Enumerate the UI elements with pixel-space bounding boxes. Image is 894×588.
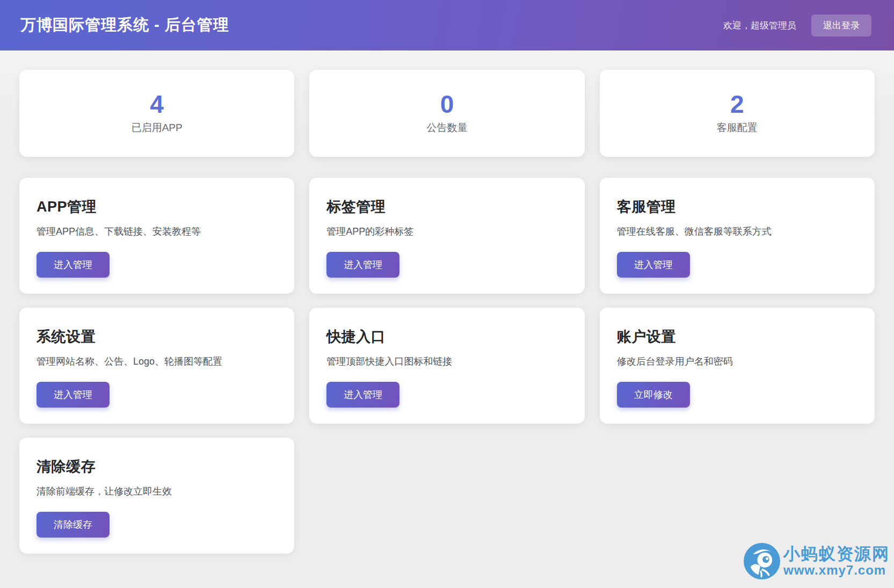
stat-value: 2	[730, 92, 744, 117]
card-title: 账户设置	[617, 327, 857, 346]
header-bar: 万博国际管理系统 - 后台管理 欢迎，超级管理员 退出登录	[0, 0, 894, 50]
card-quick-entry: 快捷入口 管理顶部快捷入口图标和链接 进入管理	[309, 308, 584, 424]
ant-logo-icon	[744, 543, 780, 579]
card-clear-cache: 清除缓存 清除前端缓存，让修改立即生效 清除缓存	[19, 438, 294, 554]
main-content: 4 已启用APP 0 公告数量 2 客服配置 APP管理 管理APP信息、下载链…	[0, 50, 894, 554]
enter-management-button[interactable]: 进入管理	[37, 382, 110, 408]
watermark-site-name: 小蚂蚁资源网	[783, 546, 890, 563]
header-right-group: 欢迎，超级管理员 退出登录	[723, 14, 871, 37]
card-title: 标签管理	[326, 197, 567, 216]
card-title: 快捷入口	[326, 327, 567, 346]
stat-value: 4	[150, 92, 164, 117]
card-account-settings: 账户设置 修改后台登录用户名和密码 立即修改	[600, 308, 875, 424]
stat-label: 客服配置	[717, 121, 758, 135]
card-title: 清除缓存	[37, 457, 277, 476]
clear-cache-button[interactable]: 清除缓存	[37, 512, 110, 538]
enter-management-button[interactable]: 进入管理	[617, 252, 690, 278]
watermark-site-url: www.xmy7.com	[783, 563, 890, 577]
management-cards-grid: APP管理 管理APP信息、下载链接、安装教程等 进入管理 标签管理 管理APP…	[19, 178, 875, 554]
card-description: 管理在线客服、微信客服等联系方式	[617, 225, 857, 238]
watermark-text: 小蚂蚁资源网 www.xmy7.com	[783, 546, 890, 577]
card-title: 系统设置	[37, 327, 277, 346]
modify-now-button[interactable]: 立即修改	[617, 382, 690, 408]
card-title: APP管理	[37, 197, 277, 216]
card-description: 管理顶部快捷入口图标和链接	[326, 355, 567, 368]
card-description: 管理网站名称、公告、Logo、轮播图等配置	[37, 355, 277, 368]
card-tag-management: 标签管理 管理APP的彩种标签 进入管理	[309, 178, 584, 294]
logout-button[interactable]: 退出登录	[811, 14, 871, 37]
card-title: 客服管理	[617, 197, 857, 216]
stat-value: 0	[440, 92, 454, 117]
card-description: 清除前端缓存，让修改立即生效	[37, 485, 277, 498]
stat-card-announcements: 0 公告数量	[309, 70, 584, 157]
card-app-management: APP管理 管理APP信息、下载链接、安装教程等 进入管理	[19, 178, 294, 294]
stats-row: 4 已启用APP 0 公告数量 2 客服配置	[19, 70, 875, 157]
enter-management-button[interactable]: 进入管理	[37, 252, 110, 278]
enter-management-button[interactable]: 进入管理	[326, 252, 399, 278]
card-description: 管理APP的彩种标签	[326, 225, 567, 238]
welcome-text: 欢迎，超级管理员	[723, 19, 796, 32]
site-watermark: 小蚂蚁资源网 www.xmy7.com	[744, 543, 890, 579]
card-customer-service-management: 客服管理 管理在线客服、微信客服等联系方式 进入管理	[600, 178, 875, 294]
enter-management-button[interactable]: 进入管理	[326, 382, 399, 408]
stat-label: 公告数量	[426, 121, 467, 135]
stat-label: 已启用APP	[132, 121, 183, 135]
stat-card-enabled-apps: 4 已启用APP	[19, 70, 294, 157]
card-description: 管理APP信息、下载链接、安装教程等	[37, 225, 277, 238]
stat-card-customer-service: 2 客服配置	[600, 70, 875, 157]
card-description: 修改后台登录用户名和密码	[617, 355, 857, 368]
card-system-settings: 系统设置 管理网站名称、公告、Logo、轮播图等配置 进入管理	[19, 308, 294, 424]
app-title: 万博国际管理系统 - 后台管理	[20, 14, 229, 36]
